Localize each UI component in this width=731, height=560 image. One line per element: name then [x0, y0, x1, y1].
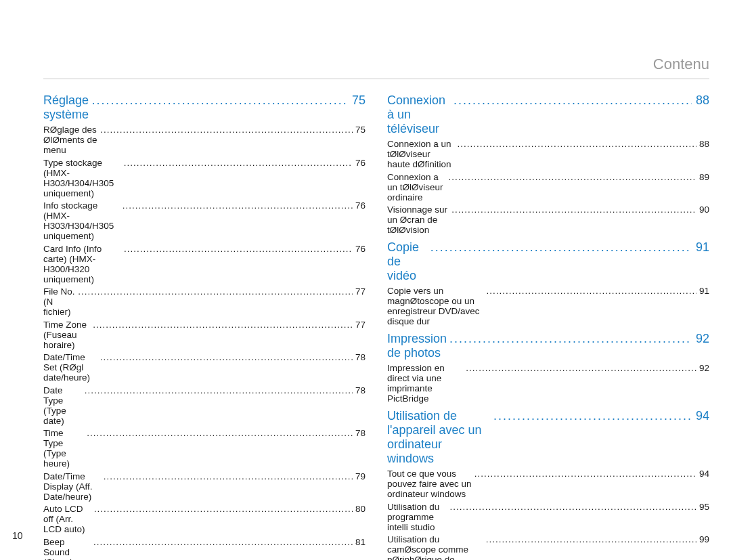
- toc-entry-page: 79: [353, 471, 366, 481]
- toc-entry-page: 91: [696, 286, 709, 296]
- toc-entry-text: Connexion a un tØlØviseur haute dØfiniti…: [387, 139, 456, 169]
- toc-entry-text: Connexion a un tØlØviseur ordinaire: [387, 172, 446, 202]
- dot-leader: ........................................…: [447, 332, 692, 346]
- toc-entry-text: File No. (N fichier): [43, 286, 76, 317]
- toc-entry-text: Time Type (Type heure): [43, 428, 85, 469]
- dot-leader: ........................................…: [447, 502, 696, 512]
- dot-leader: ........................................…: [122, 158, 353, 168]
- toc-entry-text: Tout ce que vous pouvez faire avec un or…: [387, 469, 472, 499]
- dot-leader: ........................................…: [85, 428, 353, 438]
- toc-entry-text: Date/Time Display (Aff. Date/heure): [43, 471, 102, 502]
- toc-entry-page: 88: [696, 139, 709, 149]
- toc-entry-text: Utilisation du programme intelli studio: [387, 502, 447, 532]
- dot-leader: ........................................…: [89, 93, 348, 108]
- dot-leader: ........................................…: [98, 125, 353, 135]
- page-title: Contenu: [43, 56, 709, 79]
- toc-entry-page: 78: [353, 428, 366, 438]
- toc-entry-text: Copie vers un magnØtoscope ou un enregis…: [387, 286, 484, 326]
- toc-entry[interactable]: Info stockage (HMX-H303/H304/H305 unique…: [43, 200, 366, 241]
- toc-entry-page: 76: [353, 200, 366, 211]
- toc-entry[interactable]: Impression en direct via une imprimante …: [387, 363, 709, 404]
- toc-entry[interactable]: Time Zone (Fuseau horaire)..............…: [43, 320, 366, 350]
- toc-entry[interactable]: Utilisation du programme intelli studio.…: [387, 502, 709, 532]
- dot-leader: ........................................…: [491, 409, 692, 423]
- toc-entry-page: 77: [353, 286, 366, 297]
- toc-entry[interactable]: Auto LCD off (Arr. LCD auto)............…: [43, 504, 366, 534]
- toc-entry-text: RØglage des ØlØments de menu: [43, 125, 98, 155]
- toc-entry[interactable]: Date/Time Display (Aff. Date/heure).....…: [43, 471, 366, 502]
- toc-entry[interactable]: Card Info (Info carte) (HMX-H300/H320 un…: [43, 244, 366, 284]
- toc-entry-text: Date/Time Set (RØgl date/heure): [43, 352, 98, 383]
- toc-entry[interactable]: Tout ce que vous pouvez faire avec un or…: [387, 469, 709, 499]
- toc-section-title-text: Connexion à un téléviseur: [387, 93, 451, 136]
- dot-leader: ........................................…: [484, 286, 696, 296]
- toc-entry-text: Time Zone (Fuseau horaire): [43, 320, 91, 350]
- toc-section-title-text: Impression de photos: [387, 332, 447, 360]
- dot-leader: ........................................…: [91, 537, 353, 547]
- toc-columns: Réglage système.........................…: [43, 88, 709, 546]
- toc-entry[interactable]: Utilisation du camØscope comme pØriphØri…: [387, 534, 709, 560]
- toc-entry[interactable]: Copie vers un magnØtoscope ou un enregis…: [387, 286, 709, 326]
- dot-leader: ........................................…: [428, 240, 692, 255]
- dot-leader: ........................................…: [484, 534, 696, 544]
- toc-section-title-text: Copie de vidéo: [387, 240, 428, 283]
- dot-leader: ........................................…: [472, 469, 696, 479]
- toc-section-page: 94: [692, 409, 709, 423]
- toc-entry[interactable]: Date Type (Type date)...................…: [43, 385, 366, 426]
- toc-section-heading[interactable]: Connexion à un téléviseur...............…: [387, 93, 709, 136]
- toc-entry-page: 77: [353, 320, 366, 330]
- toc-section-page: 91: [692, 240, 709, 255]
- toc-entry-page: 90: [696, 204, 709, 215]
- toc-section-title-text: Utilisation de l'appareil avec un ordina…: [387, 409, 491, 466]
- dot-leader: ........................................…: [449, 204, 696, 215]
- toc-entry-page: 80: [353, 504, 366, 514]
- toc-entry-text: Auto LCD off (Arr. LCD auto): [43, 504, 92, 534]
- toc-entry[interactable]: RØglage des ØlØments de menu............…: [43, 125, 366, 155]
- toc-entry-text: Date Type (Type date): [43, 385, 83, 426]
- toc-entry[interactable]: Date/Time Set (RØgl date/heure).........…: [43, 352, 366, 383]
- toc-entry[interactable]: Beep Sound (Signal sonore)..............…: [43, 537, 366, 561]
- toc-section-title-text: Réglage système: [43, 93, 89, 122]
- dot-leader: ........................................…: [102, 471, 353, 481]
- toc-entry-text: Impression en direct via une imprimante …: [387, 363, 464, 404]
- toc-entry[interactable]: Visionnage sur un Øcran de tØlØvision...…: [387, 204, 709, 235]
- toc-entry-page: 95: [696, 502, 709, 512]
- toc-entry[interactable]: File No. (N fichier)....................…: [43, 286, 366, 317]
- dot-leader: ........................................…: [446, 172, 696, 182]
- toc-entry-page: 76: [353, 244, 366, 254]
- toc-entry[interactable]: Type stockage (HMX-H303/H304/H305 unique…: [43, 158, 366, 198]
- dot-leader: ........................................…: [120, 200, 353, 211]
- toc-entry-text: Visionnage sur un Øcran de tØlØvision: [387, 204, 449, 235]
- toc-entry-page: 78: [353, 385, 366, 395]
- page-root: Contenu Réglage système.................…: [0, 0, 731, 560]
- toc-column-right: Connexion à un téléviseur...............…: [387, 88, 709, 546]
- toc-entry-text: Info stockage (HMX-H303/H304/H305 unique…: [43, 200, 120, 241]
- dot-leader: ........................................…: [464, 363, 696, 373]
- toc-entry-page: 89: [696, 172, 709, 182]
- toc-entry-text: Card Info (Info carte) (HMX-H300/H320 un…: [43, 244, 122, 284]
- toc-entry-page: 81: [353, 537, 366, 547]
- toc-entry[interactable]: Connexion a un tØlØviseur haute dØfiniti…: [387, 139, 709, 169]
- header-text: Contenu: [653, 56, 709, 72]
- toc-entry-page: 99: [696, 534, 709, 544]
- toc-section-heading[interactable]: Impression de photos....................…: [387, 332, 709, 360]
- toc-entry-page: 92: [696, 363, 709, 373]
- toc-section-heading[interactable]: Réglage système.........................…: [43, 93, 366, 122]
- toc-section-page: 92: [692, 332, 709, 346]
- toc-entry-page: 75: [353, 125, 366, 135]
- dot-leader: ........................................…: [91, 320, 353, 330]
- toc-entry-page: 76: [353, 158, 366, 168]
- toc-entry-text: Beep Sound (Signal sonore): [43, 537, 91, 561]
- toc-column-left: Réglage système.........................…: [43, 88, 366, 546]
- toc-entry-text: Type stockage (HMX-H303/H304/H305 unique…: [43, 158, 122, 198]
- dot-leader: ........................................…: [98, 352, 353, 362]
- page-number: 10: [12, 530, 23, 541]
- toc-section-heading[interactable]: Utilisation de l'appareil avec un ordina…: [387, 409, 709, 466]
- toc-entry[interactable]: Connexion a un tØlØviseur ordinaire.....…: [387, 172, 709, 202]
- dot-leader: ........................................…: [122, 244, 353, 254]
- dot-leader: ........................................…: [456, 139, 696, 149]
- dot-leader: ........................................…: [76, 286, 353, 297]
- toc-section-heading[interactable]: Copie de vidéo..........................…: [387, 240, 709, 283]
- dot-leader: ........................................…: [83, 385, 353, 395]
- toc-entry[interactable]: Time Type (Type heure)..................…: [43, 428, 366, 469]
